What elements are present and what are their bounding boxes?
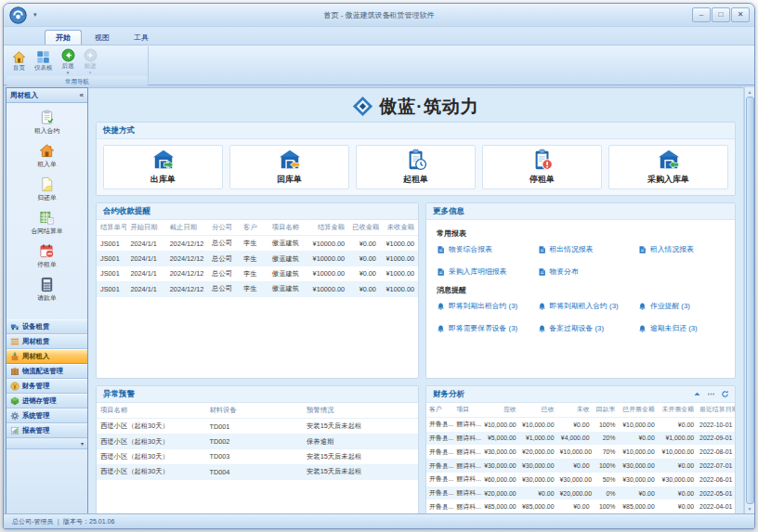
report-link[interactable]: 租入情况报表 [638,244,725,254]
close-button[interactable]: ✕ [731,7,750,22]
sidebar-nav-footer[interactable]: ▾ [7,438,87,449]
ribbon-tab-3[interactable]: 工具 [123,30,160,45]
ribbon-tab-1[interactable]: 开始 [45,30,82,45]
table-cell: 2024/1/1 [126,236,165,252]
forward-button[interactable]: 前进▾ [81,47,100,75]
report-link[interactable]: 采购入库明细报表 [437,266,538,277]
sidebar-nav-report-management[interactable]: 报表管理 [7,423,87,438]
column-header[interactable]: 未开票金额 [658,403,697,417]
table-row[interactable]: 开鲁县...丽诗科...¥85,000.00¥85,000.00¥0.00100… [426,500,735,513]
table-row[interactable]: 西堤小区（起租30天）TD004安装15天后未起租 [97,464,418,479]
calc-icon [39,277,55,292]
app-menu-button[interactable] [9,6,27,24]
column-header[interactable]: 已收 [519,403,557,417]
shortcut-purchase-inbound-order-button[interactable]: 采购入库单 [608,145,728,189]
column-header[interactable]: 已收金额 [348,220,380,236]
table-cell: 开鲁县... [426,417,453,431]
sidebar-tool-rent-in-order[interactable]: 租入单 [37,143,56,169]
clipboard-clock-icon [405,149,427,171]
sidebar-tool-stop-rent-order[interactable]: 停租单 [37,243,56,269]
vertical-scrollbar[interactable]: ▲ ▼ [744,87,754,513]
message-link[interactable]: 即将需要保养设备 (3) [437,323,538,333]
back-button[interactable]: 后退▾ [59,47,78,75]
column-header[interactable]: 最近结算日期 [697,403,735,417]
sidebar-tool-contract-settlement[interactable]: 合同结算单 [32,210,63,236]
column-header[interactable]: 客户 [426,403,453,417]
table-row[interactable]: 开鲁县...丽诗科...¥30,000.00¥20,000.00¥10,000.… [426,445,735,459]
report-link[interactable]: 租出情况报表 [538,244,639,254]
home-button[interactable]: 首页 [9,49,29,73]
column-header[interactable]: 项目名称 [97,403,205,419]
scrollbar-thumb[interactable] [746,97,754,504]
quick-access-toolbar[interactable]: ▾ [33,11,37,19]
column-header[interactable]: 材料设备 [205,403,303,419]
message-link-label: 逾期未归还 (3) [650,323,698,333]
sidebar-nav-equipment-rental[interactable]: 设备租赁 [7,319,87,334]
table-row[interactable]: 西堤小区（起租30天）TD001安装15天后未起租 [97,419,418,435]
sidebar-tool-rent-in-contract[interactable]: 租入合约 [34,110,59,136]
shortcut-stop-rent-order-button[interactable]: 停租单 [482,145,602,189]
message-link[interactable]: 逾期未归还 (3) [638,323,725,333]
shortcut-inbound-return-order-button[interactable]: 回库单 [229,145,349,189]
column-header[interactable]: 应收 [481,403,519,417]
ribbon-tab-2[interactable]: 视图 [84,30,121,45]
table-row[interactable]: 开鲁县...丽诗科...¥10,000.00¥10,000.00¥0.00100… [426,417,735,431]
more-icon[interactable] [707,390,715,398]
finance-toolbar [693,390,729,398]
finance-table: 客户项目应收已收未收回款率已开票金额未开票金额最近结算日期开鲁县...丽诗科..… [426,403,735,522]
column-header[interactable]: 结算金额 [307,220,348,236]
table-cell: 李生 [240,236,268,252]
column-header[interactable]: 结算单号 [97,220,126,236]
message-link[interactable]: 即将到期出租合约 (3) [437,301,538,311]
column-header[interactable]: 开始日期 [126,220,165,236]
sidebar-nav-logistics-management[interactable]: 物流配送管理 [7,364,87,379]
shortcut-outbound-order-button[interactable]: 出库单 [103,145,223,189]
table-cell: 70% [593,445,619,459]
column-header[interactable]: 预警情况 [303,403,418,419]
report-link[interactable]: 物资分布 [538,266,639,277]
table-row[interactable]: JS0012024/1/12024/12/12总公司李生傲蓝建筑¥10000.0… [97,281,418,296]
table-row[interactable]: 开鲁县...丽诗科...¥20,000.00¥0.00¥20,000.000%¥… [426,487,735,500]
column-header[interactable]: 项目名称 [268,220,307,236]
brand-logo-icon [352,96,373,117]
column-header[interactable]: 客户 [240,220,268,236]
scroll-up-icon[interactable]: ▲ [748,89,752,95]
table-row[interactable]: JS0012024/1/12024/12/12总公司李生傲蓝建筑¥10000.0… [97,266,418,281]
maximize-button[interactable]: □ [712,7,730,22]
column-header[interactable]: 未收 [557,403,593,417]
message-link[interactable]: 作业提醒 (3) [638,301,725,311]
shortcut-start-rent-order-button[interactable]: 起租单 [356,145,476,189]
sidebar-nav-material-rental[interactable]: 周材租赁 [7,334,87,349]
table-row[interactable]: 西堤小区（起租30天）TD002保养逾期 [97,434,418,448]
sidebar-tool-return-order[interactable]: 归还单 [37,176,56,202]
sidebar-nav-finance-management[interactable]: 财务管理 [7,379,87,394]
scroll-down-icon[interactable]: ▼ [748,506,752,512]
refresh-icon[interactable] [721,390,729,398]
message-link[interactable]: 备案过期设备 (3) [538,323,639,333]
message-link[interactable]: 即将到期租入合约 (3) [538,301,639,311]
column-header[interactable]: 项目 [453,403,480,417]
column-header[interactable]: 分公司 [208,220,240,236]
report-link[interactable]: 物资综合报表 [437,244,538,254]
table-row[interactable]: JS0012024/1/12024/12/12总公司李生傲蓝建筑¥10000.0… [97,251,418,266]
sidebar-nav-material-rent-in[interactable]: 周材租入 [7,349,87,364]
chevron-down-icon[interactable]: ▾ [81,440,84,447]
column-header[interactable]: 回款率 [593,403,619,417]
column-header[interactable]: 未收金额 [380,220,418,236]
column-header[interactable]: 已开票金额 [619,403,658,417]
sidebar-tool-label: 租入合约 [34,126,59,136]
dashboard-button[interactable]: 仪表板 [32,49,56,73]
sidebar-nav-inventory-management[interactable]: 进销存管理 [7,394,87,409]
table-row[interactable]: 西堤小区（起租30天）TD003安装15天后未起租 [97,449,418,464]
sidebar-nav-system-management[interactable]: 系统管理 [7,409,87,423]
table-row[interactable]: 开鲁县...丽诗科...¥60,000.00¥30,000.00¥30,000.… [426,473,735,487]
table-row[interactable]: 开鲁县...丽诗科...¥30,000.00¥30,000.00¥0.00100… [426,459,735,473]
sidebar-panel-title: 周材租入 [10,91,38,100]
collapse-panel-icon[interactable]: « [80,91,84,99]
table-row[interactable]: JS0012024/1/12024/12/12总公司李生傲蓝建筑¥10000.0… [97,236,418,252]
collapse-icon[interactable] [693,390,701,398]
sidebar-tool-payment-request[interactable]: 请款单 [37,277,56,303]
table-row[interactable]: 开鲁县...丽诗科...¥5,000.00¥1,000.00¥4,000.002… [426,432,735,446]
minimize-button[interactable]: – [692,7,711,22]
column-header[interactable]: 截止日期 [166,220,208,236]
